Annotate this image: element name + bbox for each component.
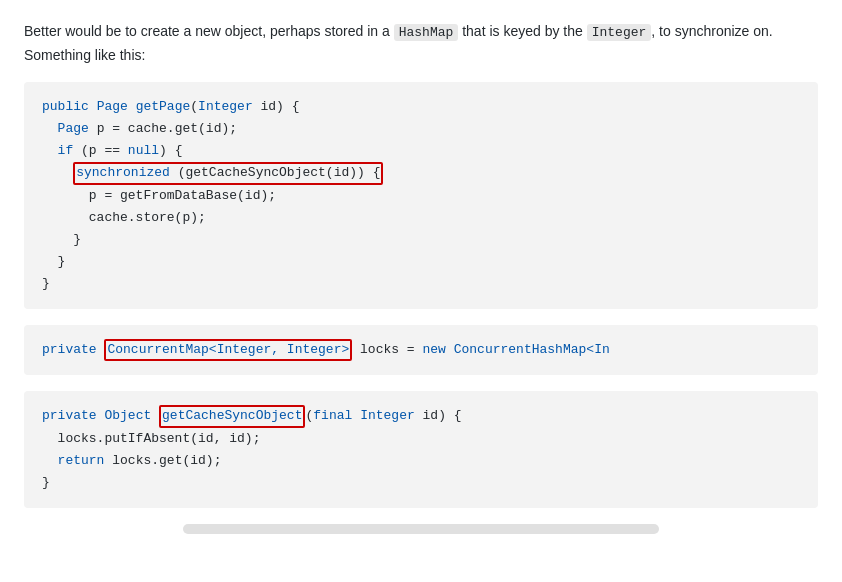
private-keyword-2: private — [42, 342, 97, 357]
return-keyword: return — [58, 453, 105, 468]
synchronized-highlighted: synchronized (getCacheSyncObject(id)) { — [73, 162, 383, 184]
null-keyword: null — [128, 143, 159, 158]
page-type: Page — [97, 99, 128, 114]
get-cache-sync-highlighted: getCacheSyncObject — [159, 405, 305, 427]
code-block-2: private ConcurrentMap<Integer, Integer> … — [24, 325, 818, 375]
private-keyword-3: private — [42, 408, 97, 423]
public-keyword: public — [42, 99, 89, 114]
code-block-3: private Object getCacheSyncObject(final … — [24, 391, 818, 507]
hashmap-inline-code: HashMap — [394, 24, 459, 41]
prose-text-2: that is keyed by the — [458, 23, 586, 39]
if-keyword: if — [58, 143, 74, 158]
object-type: Object — [104, 408, 151, 423]
integer-param-type-2: Integer — [360, 408, 415, 423]
horizontal-scrollbar[interactable] — [183, 524, 659, 534]
integer-inline-code: Integer — [587, 24, 652, 41]
final-keyword: final — [313, 408, 352, 423]
code-block-1: public Page getPage(Integer id) { Page p… — [24, 82, 818, 309]
prose-text-1: Better would be to create a new object, … — [24, 23, 394, 39]
integer-param-type: Integer — [198, 99, 253, 114]
concurrent-hashmap-type: ConcurrentHashMap<In — [454, 342, 610, 357]
concurrent-map-type: ConcurrentMap<Integer, Integer> — [107, 342, 349, 357]
get-cache-sync-method: getCacheSyncObject — [162, 408, 302, 423]
new-keyword: new — [422, 342, 445, 357]
synchronized-keyword: synchronized — [76, 165, 170, 180]
prose-paragraph: Better would be to create a new object, … — [24, 20, 818, 66]
concurrent-map-highlighted: ConcurrentMap<Integer, Integer> — [104, 339, 352, 361]
getpage-method: getPage — [136, 99, 191, 114]
page-var-type: Page — [58, 121, 89, 136]
